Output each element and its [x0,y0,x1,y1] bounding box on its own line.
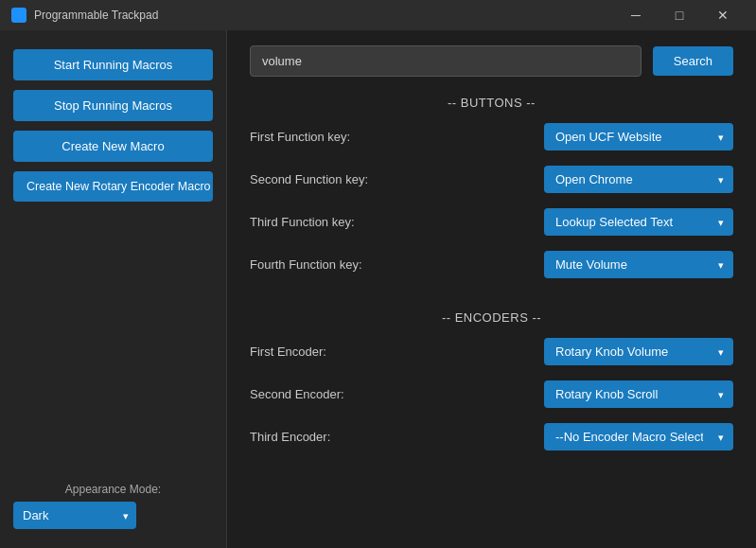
first-encoder-select[interactable]: Rotary Knob Volume Rotary Knob Scroll --… [544,338,733,365]
second-encoder-dropdown-wrapper: Rotary Knob Volume Rotary Knob Scroll --… [544,380,733,408]
title-bar: Programmable Trackpad ─ □ ✕ [0,0,756,30]
first-encoder-dropdown-wrapper: Rotary Knob Volume Rotary Knob Scroll --… [544,338,733,365]
search-input[interactable] [250,45,642,77]
second-function-key-select[interactable]: Open UCF Website Open Chrome Lookup Sele… [544,166,733,193]
fourth-function-key-select[interactable]: Open UCF Website Open Chrome Lookup Sele… [544,251,733,278]
title-bar-text: Programmable Trackpad [34,9,614,22]
form-row-fourth-function-key: Fourth Function key: Open UCF Website Op… [250,251,733,278]
fourth-function-key-dropdown-wrapper: Open UCF Website Open Chrome Lookup Sele… [544,251,733,278]
close-button[interactable]: ✕ [701,0,745,30]
second-encoder-select[interactable]: Rotary Knob Volume Rotary Knob Scroll --… [544,380,733,408]
app-icon [11,8,26,23]
sidebar: Start Running Macros Stop Running Macros… [0,30,227,548]
appearance-select[interactable]: Dark Light System [13,502,136,529]
app-body: Start Running Macros Stop Running Macros… [0,30,756,548]
title-bar-controls: ─ □ ✕ [614,0,745,30]
appearance-dropdown-wrapper: Dark Light System ▾ [13,502,136,529]
sidebar-bottom: Appearance Mode: Dark Light System ▾ [13,483,213,529]
form-row-second-function-key: Second Function key: Open UCF Website Op… [250,166,733,193]
second-function-key-label: Second Function key: [250,172,439,186]
content-area: Search -- BUTTONS -- First Function key:… [227,30,756,548]
maximize-button[interactable]: □ [658,0,701,30]
first-function-key-label: First Function key: [250,130,439,144]
buttons-section-header: -- BUTTONS -- [250,96,733,110]
encoders-section-header: -- ENCODERS -- [250,310,733,325]
third-encoder-select[interactable]: Rotary Knob Volume Rotary Knob Scroll --… [544,423,733,451]
create-new-macro-button[interactable]: Create New Macro [13,131,213,162]
create-new-rotary-encoder-macro-button[interactable]: Create New Rotary Encoder Macro [13,171,213,202]
search-row: Search [250,45,733,77]
form-row-third-encoder: Third Encoder: Rotary Knob Volume Rotary… [250,423,733,451]
first-function-key-select[interactable]: Open UCF Website Open Chrome Lookup Sele… [544,123,733,150]
stop-running-macros-button[interactable]: Stop Running Macros [13,90,213,121]
form-row-first-encoder: First Encoder: Rotary Knob Volume Rotary… [250,338,733,365]
third-function-key-dropdown-wrapper: Open UCF Website Open Chrome Lookup Sele… [544,208,733,236]
third-function-key-select[interactable]: Open UCF Website Open Chrome Lookup Sele… [544,208,733,236]
form-row-second-encoder: Second Encoder: Rotary Knob Volume Rotar… [250,380,733,408]
search-button[interactable]: Search [653,46,733,76]
fourth-function-key-label: Fourth Function key: [250,257,439,272]
appearance-mode-label: Appearance Mode: [13,483,213,496]
start-running-macros-button[interactable]: Start Running Macros [13,49,213,80]
first-function-key-dropdown-wrapper: Open UCF Website Open Chrome Lookup Sele… [544,123,733,150]
third-function-key-label: Third Function key: [250,215,439,229]
minimize-button[interactable]: ─ [614,0,658,30]
form-row-third-function-key: Third Function key: Open UCF Website Ope… [250,208,733,236]
third-encoder-dropdown-wrapper: Rotary Knob Volume Rotary Knob Scroll --… [544,423,733,451]
second-function-key-dropdown-wrapper: Open UCF Website Open Chrome Lookup Sele… [544,166,733,193]
first-encoder-label: First Encoder: [250,345,439,359]
third-encoder-label: Third Encoder: [250,430,439,444]
second-encoder-label: Second Encoder: [250,387,439,401]
form-row-first-function-key: First Function key: Open UCF Website Ope… [250,123,733,150]
